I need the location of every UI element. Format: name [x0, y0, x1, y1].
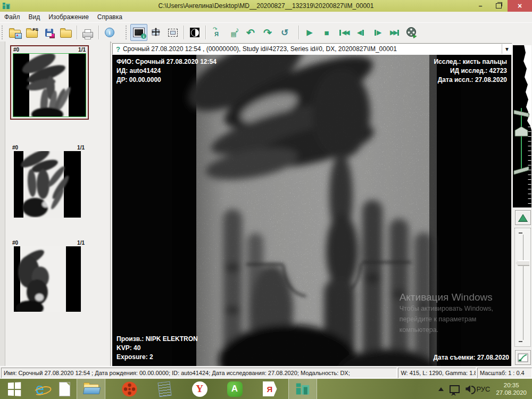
taskbar-clock[interactable]: 20:35 27.08.2020 [496, 381, 527, 396]
status-window-level: W: 415, L: 1290, Gamma: 1.88 [398, 368, 476, 378]
open-ps-button[interactable]: PS [23, 24, 40, 41]
menu-file[interactable]: Файл [0, 12, 24, 22]
cine-export-button[interactable] [403, 24, 420, 41]
taskbar-yandex-browser[interactable]: Y [187, 379, 212, 399]
thumbnail-series-label: #0 [13, 47, 19, 53]
volume-icon[interactable] [466, 385, 470, 393]
thumbnail[interactable]: #0 1/1 [10, 144, 87, 218]
fit-icon [168, 29, 178, 37]
clock-date: 27.08.2020 [496, 389, 527, 396]
histogram-panel[interactable] [513, 45, 531, 207]
stop-button[interactable]: ■ [318, 24, 335, 41]
toolbar-separator [298, 26, 299, 39]
thumbnail-page-count: 1/1 [77, 145, 85, 151]
yandex-y-icon: Y [192, 381, 207, 397]
taskbar-document-app[interactable] [52, 379, 77, 399]
save-icon [45, 29, 53, 37]
first-frame-button[interactable]: ◀◀ [335, 24, 352, 41]
thumbnail-selected[interactable]: #0 1/1 [10, 45, 89, 120]
window-level-panel [512, 41, 532, 366]
file-explorer-icon [84, 384, 99, 394]
taskbar-dicom-viewer-active[interactable] [288, 379, 317, 399]
network-icon[interactable] [450, 385, 460, 393]
status-bar: Имя: Срочный 27.08.2020 12:54 ; Дата рож… [0, 366, 532, 379]
taskbar-green-a-app[interactable]: A [222, 379, 247, 399]
open-image-button[interactable] [6, 24, 23, 41]
menu-bar: Файл Вид Изображение Справка [0, 12, 532, 22]
toolbar-drag-handle[interactable] [2, 26, 5, 39]
toolbar: PS i i [0, 22, 532, 43]
slider-track [523, 235, 523, 340]
language-indicator[interactable]: РУС [476, 385, 490, 393]
folder-ps-icon: PS [26, 30, 38, 38]
pan-button[interactable] [147, 24, 164, 41]
thumbnail[interactable]: #0 1/1 [10, 239, 87, 312]
thumbnail-image [14, 246, 81, 312]
thumbnail-page-count: 1/1 [78, 47, 86, 53]
info-button[interactable]: i [101, 24, 118, 41]
study-overlay: Исслед.: кисть пальцыИД исслед.: 42723Да… [434, 57, 507, 85]
app-logo-icon [295, 381, 310, 396]
last-frame-button[interactable]: ▶▶ [386, 24, 403, 41]
toolbar-separator [98, 26, 99, 39]
application-window: C:\Users\Ангелина\Desktop\MD__20200827__… [0, 0, 532, 399]
study-dropdown-button[interactable]: ▼ [502, 44, 512, 54]
rotate-left-button[interactable]: ↶ [242, 24, 259, 41]
window-title: C:\Users\Ангелина\Desktop\MD__20200827__… [0, 2, 532, 10]
play-button[interactable]: ▶ [301, 24, 318, 41]
slider-tick [519, 232, 522, 234]
thumbnail-image [13, 53, 86, 117]
thumbnail-series-label: #0 [12, 145, 18, 151]
rotate-right-button[interactable]: ↷ [259, 24, 276, 41]
internet-explorer-icon: e [36, 381, 44, 397]
flip-vertical-button[interactable]: ↷▤ [225, 24, 242, 41]
prev-frame-icon: ◀ [357, 29, 362, 36]
status-patient-info: Имя: Срочный 27.08.2020 12:54 ; Дата рож… [1, 368, 397, 378]
invert-icon [190, 28, 200, 37]
gamma-curve-button[interactable] [515, 350, 531, 365]
invert-button[interactable] [186, 24, 203, 41]
histogram-button[interactable] [515, 210, 531, 225]
slider-handle[interactable] [516, 260, 529, 266]
prev-frame-button[interactable]: ◀ [352, 24, 369, 41]
toolbar-separator [184, 26, 184, 39]
fit-to-window-button[interactable] [164, 24, 181, 41]
rotate-left-icon: ↶ [246, 28, 255, 38]
overlay-toggle-button[interactable]: i [130, 24, 147, 41]
play-icon: ▶ [306, 29, 313, 36]
tray-expand-icon[interactable] [438, 387, 444, 391]
toolbar-drag-handle[interactable] [126, 26, 129, 39]
system-tray: РУС 20:35 27.08.2020 [438, 381, 532, 396]
study-selector[interactable]: ? Срочный 27.08.2020 12:54 , (00000000),… [112, 43, 512, 55]
status-scale: Масштаб: 1 : 0.4 [477, 368, 532, 378]
menu-help[interactable]: Справка [93, 12, 127, 22]
taskbar-internet-explorer[interactable]: e [28, 379, 52, 399]
thumbnail-series-label: #0 [12, 240, 18, 246]
print-icon [82, 32, 93, 38]
taskbar-notepad[interactable] [152, 379, 177, 399]
save-button[interactable] [40, 24, 57, 41]
film-reel-icon [406, 27, 418, 38]
gamma-slider[interactable] [514, 228, 531, 347]
thumbnail-image [14, 151, 81, 218]
menu-image[interactable]: Изображение [44, 12, 93, 22]
rotate-right-icon: ↷ [263, 28, 272, 38]
start-button[interactable] [0, 379, 28, 399]
toolbar-separator [205, 26, 206, 39]
taskbar-yandex-app[interactable]: Я [257, 379, 282, 399]
question-icon: ? [116, 45, 120, 53]
sidebar-splitter[interactable] [0, 41, 5, 366]
flip-horizontal-icon: ↷Я [212, 28, 221, 37]
taskbar-file-explorer[interactable] [77, 379, 105, 399]
xray-canvas[interactable]: ФИО: Срочный 27.08.2020 12:54ИД: auto414… [112, 55, 511, 366]
image-overlay-icon: i [133, 28, 145, 37]
print-button[interactable] [79, 24, 96, 41]
flip-horizontal-button[interactable]: ↷Я [208, 24, 225, 41]
undo-button[interactable]: ↺ [276, 24, 293, 41]
menu-view[interactable]: Вид [24, 12, 45, 22]
image-viewer: ? Срочный 27.08.2020 12:54 , (00000000),… [112, 41, 512, 366]
next-frame-button[interactable]: ▶ [369, 24, 386, 41]
open-folder-button[interactable] [57, 24, 74, 41]
taskbar-media-player[interactable] [117, 379, 142, 399]
thumbnail-page-count: 1/1 [77, 240, 85, 246]
